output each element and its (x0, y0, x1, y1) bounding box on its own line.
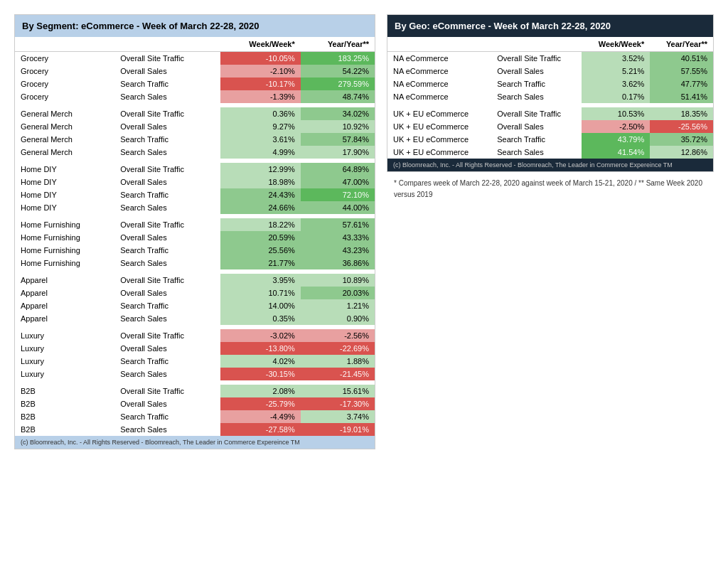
table-row: B2BOverall Sales-25.79%-17.30% (15, 397, 375, 410)
segment-cell: UK + EU eCommerce (387, 107, 491, 120)
ww-cell: 2.08% (220, 385, 301, 397)
yy-cell: -21.45% (301, 368, 375, 380)
segment-cell: Apparel (15, 299, 114, 312)
metric-cell: Overall Sales (114, 120, 220, 133)
ww-cell: -10.05% (220, 52, 301, 65)
metric-cell: Overall Site Traffic (491, 52, 582, 65)
table-row: Home FurnishingSearch Sales21.77%36.86% (15, 257, 375, 269)
segment-cell: General Merch (15, 146, 114, 159)
col-yy: Year/Year** (301, 37, 375, 52)
yy-cell: 17.90% (301, 146, 375, 159)
ww-cell: 25.56% (220, 244, 301, 257)
table-row: B2BSearch Traffic-4.49%3.74% (15, 410, 375, 423)
yy-cell: 44.00% (301, 201, 375, 214)
metric-cell: Search Traffic (114, 410, 220, 423)
metric-cell: Search Traffic (114, 133, 220, 146)
right-panel-footer: (c) Bloomreach, Inc. - All Rights Reserv… (387, 159, 713, 171)
segment-cell: Home Furnishing (15, 257, 114, 269)
ww-cell: 10.71% (220, 287, 301, 299)
metric-cell: Search Traffic (114, 244, 220, 257)
metric-cell: Search Sales (114, 201, 220, 214)
yy-cell: 279.59% (301, 78, 375, 90)
ww-cell: 3.62% (582, 78, 650, 90)
right-panel-inner: By Geo: eCommerce - Week of March 22-28,… (387, 14, 714, 172)
yy-cell: 40.51% (650, 52, 713, 65)
right-col-ww: Week/Week* (582, 37, 650, 52)
yy-cell: 0.90% (301, 312, 375, 325)
metric-cell: Search Sales (491, 90, 582, 103)
ww-cell: 3.61% (220, 133, 301, 146)
ww-cell: -10.17% (220, 78, 301, 90)
yy-cell: -22.69% (301, 342, 375, 355)
ww-cell: 9.27% (220, 120, 301, 133)
metric-cell: Search Sales (114, 146, 220, 159)
ww-cell: -30.15% (220, 368, 301, 380)
ww-cell: 20.59% (220, 231, 301, 244)
yy-cell: -25.56% (650, 120, 713, 133)
table-row: NA eCommerceSearch Traffic3.62%47.77% (387, 78, 713, 90)
segment-cell: Home Furnishing (15, 231, 114, 244)
yy-cell: 12.86% (650, 146, 713, 159)
ww-cell: 21.77% (220, 257, 301, 269)
table-row: Home FurnishingOverall Site Traffic18.22… (15, 218, 375, 231)
segment-cell: Grocery (15, 65, 114, 78)
segment-cell: B2B (15, 423, 114, 436)
notes-section: * Compares week of March 22-28, 2020 aga… (387, 172, 714, 206)
yy-cell: 36.86% (301, 257, 375, 269)
table-row: GroceryOverall Sales-2.10%54.22% (15, 65, 375, 78)
table-row: GrocerySearch Traffic-10.17%279.59% (15, 78, 375, 90)
yy-cell: 47.77% (650, 78, 713, 90)
ww-cell: 3.95% (220, 274, 301, 287)
ww-cell: 5.21% (582, 65, 650, 78)
ww-cell: -27.58% (220, 423, 301, 436)
ww-cell: 10.53% (582, 107, 650, 120)
ww-cell: 41.54% (582, 146, 650, 159)
table-row: B2BOverall Site Traffic2.08%15.61% (15, 385, 375, 397)
segment-cell: Home DIY (15, 176, 114, 188)
yy-cell: 35.72% (650, 133, 713, 146)
table-row: ApparelOverall Sales10.71%20.03% (15, 287, 375, 299)
metric-cell: Overall Site Traffic (114, 385, 220, 397)
table-row: General MerchSearch Traffic3.61%57.84% (15, 133, 375, 146)
yy-cell: 10.89% (301, 274, 375, 287)
ww-cell: 4.02% (220, 355, 301, 368)
metric-cell: Search Traffic (114, 78, 220, 90)
col-metric (114, 37, 220, 52)
yy-cell: 43.23% (301, 244, 375, 257)
segment-cell: Home Furnishing (15, 244, 114, 257)
table-row: UK + EU eCommerceSearch Traffic43.79%35.… (387, 133, 713, 146)
metric-cell: Search Sales (114, 423, 220, 436)
segment-cell: NA eCommerce (387, 65, 491, 78)
segment-cell: NA eCommerce (387, 78, 491, 90)
segment-cell: Home Furnishing (15, 218, 114, 231)
table-row: Home DIYSearch Sales24.66%44.00% (15, 201, 375, 214)
table-row: Home FurnishingSearch Traffic25.56%43.23… (15, 244, 375, 257)
table-row: Home DIYOverall Site Traffic12.99%64.89% (15, 163, 375, 176)
segment-cell: NA eCommerce (387, 52, 491, 65)
yy-cell: 64.89% (301, 163, 375, 176)
table-row: LuxurySearch Sales-30.15%-21.45% (15, 368, 375, 380)
segment-cell: General Merch (15, 133, 114, 146)
ww-cell: 18.22% (220, 218, 301, 231)
table-row: UK + EU eCommerceOverall Sales-2.50%-25.… (387, 120, 713, 133)
metric-cell: Search Sales (114, 90, 220, 103)
segment-cell: Luxury (15, 355, 114, 368)
table-row: Home FurnishingOverall Sales20.59%43.33% (15, 231, 375, 244)
ww-cell: 24.43% (220, 188, 301, 201)
col-ww: Week/Week* (220, 37, 301, 52)
yy-cell: 18.35% (650, 107, 713, 120)
segment-cell: Home DIY (15, 163, 114, 176)
table-row: GrocerySearch Sales-1.39%48.74% (15, 90, 375, 103)
table-row: General MerchSearch Sales4.99%17.90% (15, 146, 375, 159)
col-segment (15, 37, 114, 52)
table-row: LuxurySearch Traffic4.02%1.88% (15, 355, 375, 368)
metric-cell: Overall Sales (491, 65, 582, 78)
segment-cell: Apparel (15, 274, 114, 287)
yy-cell: 183.25% (301, 52, 375, 65)
yy-cell: -2.56% (301, 329, 375, 342)
left-panel-footer: (c) Bloomreach, Inc. - All Rights Reserv… (15, 436, 375, 449)
table-row: ApparelSearch Traffic14.00%1.21% (15, 299, 375, 312)
segment-cell: General Merch (15, 107, 114, 120)
metric-cell: Search Sales (114, 257, 220, 269)
ww-cell: -2.50% (582, 120, 650, 133)
